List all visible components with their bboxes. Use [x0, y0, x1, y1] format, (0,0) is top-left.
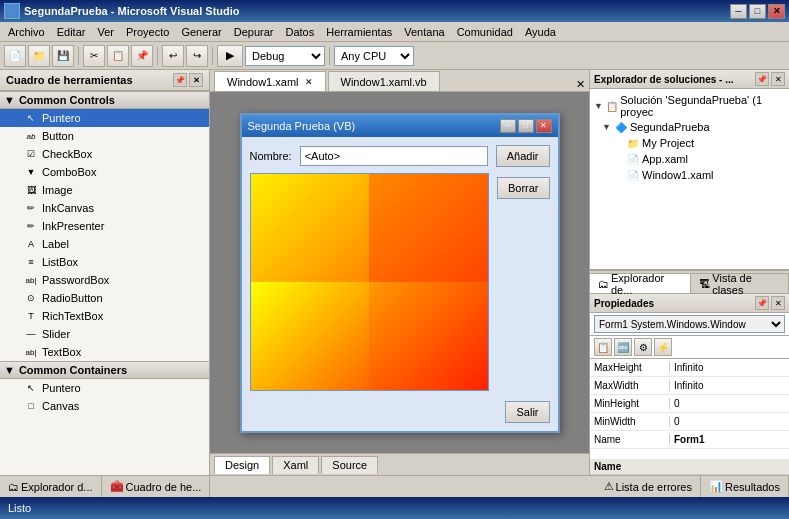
toolbox-pin-button[interactable]: 📌 [173, 73, 187, 87]
toolbox-item-button[interactable]: ab Button [0, 127, 209, 145]
toolbox-item-label[interactable]: A Label [0, 235, 209, 253]
toolbox-item-checkbox[interactable]: ☑ CheckBox [0, 145, 209, 163]
menu-herramientas[interactable]: Herramientas [320, 24, 398, 40]
menu-generar[interactable]: Generar [175, 24, 227, 40]
toolbox-item-inkcanvas[interactable]: ✏ InkCanvas [0, 199, 209, 217]
right-panel: Explorador de soluciones - ... 📌 ✕ ▼ 📋 S… [589, 70, 789, 475]
cut-button[interactable]: ✂ [83, 45, 105, 67]
menu-proyecto[interactable]: Proyecto [120, 24, 175, 40]
solution-tree: ▼ 📋 Solución 'SegundaPrueba' (1 proyec ▼… [590, 89, 789, 269]
copy-button[interactable]: 📋 [107, 45, 129, 67]
toolbox-item-passwordbox[interactable]: ab| PasswordBox [0, 271, 209, 289]
tree-item-solution[interactable]: ▼ 📋 Solución 'SegundaPrueba' (1 proyec [594, 93, 785, 119]
bottom-tab-explorador[interactable]: 🗂 Explorador d... [0, 476, 102, 497]
tab-source[interactable]: Source [321, 456, 378, 474]
wpf-maximize-button[interactable]: □ [518, 119, 534, 133]
wpf-anadir-button[interactable]: Añadir [496, 145, 550, 167]
props-close-button[interactable]: ✕ [771, 296, 785, 310]
toolbox-item-listbox[interactable]: ≡ ListBox [0, 253, 209, 271]
props-properties-button[interactable]: ⚙ [634, 338, 652, 356]
toolbox-item-textbox[interactable]: ab| TextBox [0, 343, 209, 361]
toolbox-item-puntero-2[interactable]: ↖ Puntero [0, 379, 209, 397]
props-value-name[interactable]: Form1 [670, 434, 789, 445]
paste-button[interactable]: 📌 [131, 45, 153, 67]
toolbox-item-canvas[interactable]: □ Canvas [0, 397, 209, 415]
props-value-maxheight[interactable]: Infinito [670, 362, 789, 373]
undo-button[interactable]: ↩ [162, 45, 184, 67]
menu-archivo[interactable]: Archivo [2, 24, 51, 40]
app-icon [4, 3, 20, 19]
props-name-name: Name [590, 434, 670, 445]
minimize-button[interactable]: ─ [730, 4, 747, 19]
props-pin-button[interactable]: 📌 [755, 296, 769, 310]
debug-config-combo[interactable]: Debug [245, 46, 325, 66]
listbox-icon: ≡ [24, 255, 38, 269]
props-object-combo[interactable]: Form1 System.Windows.Window [594, 315, 785, 333]
props-value-minheight[interactable]: 0 [670, 398, 789, 409]
close-button[interactable]: ✕ [768, 4, 785, 19]
props-events-button[interactable]: ⚡ [654, 338, 672, 356]
project-label: SegundaPrueba [630, 121, 710, 133]
menu-comunidad[interactable]: Comunidad [451, 24, 519, 40]
menu-ayuda[interactable]: Ayuda [519, 24, 562, 40]
toolbox-section-common-controls[interactable]: ▼ Common Controls [0, 91, 209, 109]
wpf-minimize-button[interactable]: ─ [500, 119, 516, 133]
wpf-salir-button[interactable]: Salir [505, 401, 549, 423]
props-alphabetical-button[interactable]: 🔤 [614, 338, 632, 356]
props-categorized-button[interactable]: 📋 [594, 338, 612, 356]
toolbar-separator-4 [329, 47, 330, 65]
wpf-nombre-input[interactable] [300, 146, 488, 166]
menu-ver[interactable]: Ver [91, 24, 120, 40]
design-canvas[interactable]: Segunda Prueba (VB) ─ □ ✕ Nombre: Añadir [210, 92, 589, 453]
props-row-minheight: MinHeight 0 [590, 395, 789, 413]
tree-item-myproject[interactable]: 📁 My Project [594, 135, 785, 151]
props-value-minwidth[interactable]: 0 [670, 416, 789, 427]
menu-datos[interactable]: Datos [279, 24, 320, 40]
bottom-tab-resultados[interactable]: 📊 Resultados [701, 476, 789, 497]
tab-explorador[interactable]: 🗂 Explorador de... [590, 274, 691, 293]
toolbox-item-image[interactable]: 🖼 Image [0, 181, 209, 199]
window-title: SegundaPrueba - Microsoft Visual Studio [24, 5, 240, 17]
tab-vista-clases[interactable]: 🏗 Vista de clases [691, 274, 789, 293]
toolbox-item-inkpresenter[interactable]: ✏ InkPresenter [0, 217, 209, 235]
cpu-combo[interactable]: Any CPU [334, 46, 414, 66]
toolbox-item-combobox[interactable]: ▼ ComboBox [0, 163, 209, 181]
tree-item-appxaml[interactable]: 📄 App.xaml [594, 151, 785, 167]
menu-editar[interactable]: Editar [51, 24, 92, 40]
toolbox-item-richtextbox[interactable]: T RichTextBox [0, 307, 209, 325]
wpf-close-button[interactable]: ✕ [536, 119, 552, 133]
redo-button[interactable]: ↪ [186, 45, 208, 67]
tab-xaml[interactable]: Xaml [272, 456, 319, 474]
bottom-tab-errores[interactable]: ⚠ Lista de errores [596, 476, 701, 497]
open-file-button[interactable]: 📁 [28, 45, 50, 67]
toolbox-section-common-containers[interactable]: ▼ Common Containers [0, 361, 209, 379]
tree-item-window1xaml[interactable]: 📄 Window1.xaml [594, 167, 785, 183]
menu-ventana[interactable]: Ventana [398, 24, 450, 40]
debug-start-button[interactable]: ▶ [217, 45, 243, 67]
editor-close-btn[interactable]: ✕ [576, 78, 585, 91]
se-pin-button[interactable]: 📌 [755, 72, 769, 86]
properties-object-selector[interactable]: Form1 System.Windows.Window [590, 313, 789, 336]
tab-window1-xaml[interactable]: Window1.xaml ✕ [214, 71, 326, 91]
tab-design[interactable]: Design [214, 456, 270, 474]
wpf-borrar-button[interactable]: Borrar [497, 177, 550, 199]
tree-item-project[interactable]: ▼ 🔷 SegundaPrueba [594, 119, 785, 135]
tab-source-label: Source [332, 459, 367, 471]
toolbox-item-label: ListBox [42, 256, 78, 268]
tab-window1-xaml-vb[interactable]: Window1.xaml.vb [328, 71, 440, 91]
toolbox-item-radiobutton[interactable]: ⊙ RadioButton [0, 289, 209, 307]
bottom-tab-cuadro[interactable]: 🧰 Cuadro de he... [102, 476, 211, 497]
new-file-button[interactable]: 📄 [4, 45, 26, 67]
maximize-button[interactable]: □ [749, 4, 766, 19]
toolbox-item-slider[interactable]: — Slider [0, 325, 209, 343]
tab-close-icon[interactable]: ✕ [305, 77, 313, 87]
save-button[interactable]: 💾 [52, 45, 74, 67]
appxaml-label: App.xaml [642, 153, 688, 165]
menu-depurar[interactable]: Depurar [228, 24, 280, 40]
props-value-maxwidth[interactable]: Infinito [670, 380, 789, 391]
label-icon: A [24, 237, 38, 251]
toolbox-item-puntero-1[interactable]: ↖ Puntero [0, 109, 209, 127]
se-close-button[interactable]: ✕ [771, 72, 785, 86]
richtextbox-icon: T [24, 309, 38, 323]
toolbox-close-button[interactable]: ✕ [189, 73, 203, 87]
